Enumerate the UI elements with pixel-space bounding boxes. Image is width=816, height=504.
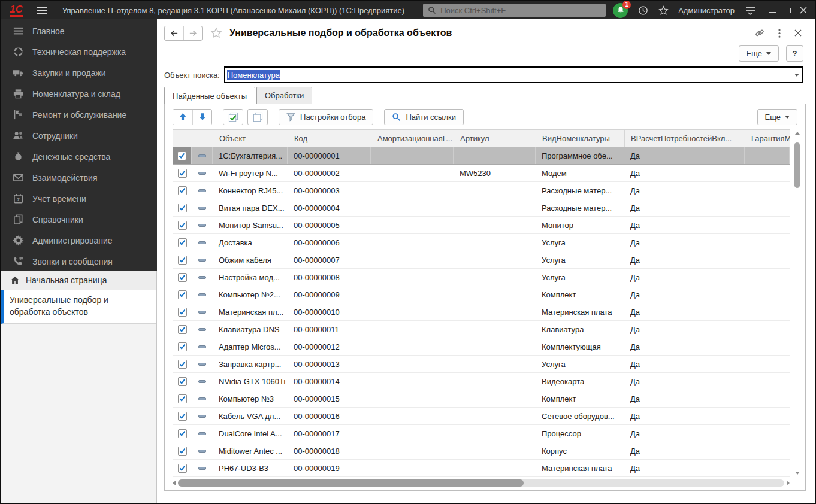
- cell-kind[interactable]: Программное обе...: [536, 147, 624, 164]
- header-amort-group[interactable]: АмортизационнаяГ...: [371, 130, 454, 147]
- cell-warranty[interactable]: [745, 442, 790, 459]
- cell-article[interactable]: [454, 269, 536, 286]
- cell-amort-group[interactable]: [371, 390, 454, 407]
- cell-warranty[interactable]: [745, 234, 790, 251]
- table-row[interactable]: Компьютер №3 00-00000015 Комплект Да: [173, 390, 790, 408]
- horizontal-scroll-track[interactable]: [178, 479, 784, 487]
- table-row[interactable]: Витая пара DEX... 00-00000004 Расходные …: [173, 199, 790, 217]
- cell-in-calc[interactable]: Да: [624, 182, 745, 199]
- table-row[interactable]: Компьютер №2... 00-00000009 Комплект Да: [173, 286, 790, 303]
- sidebar-item[interactable]: Администрирование: [1, 230, 157, 251]
- row-checkbox-cell[interactable]: [173, 425, 192, 442]
- cell-amort-group[interactable]: [371, 217, 454, 233]
- row-checkbox-cell[interactable]: [173, 182, 192, 199]
- cell-article[interactable]: [454, 356, 536, 372]
- table-row[interactable]: NVidia GTX 1060Ti 00-00000014 Видеокарта…: [173, 373, 790, 390]
- close-window-button[interactable]: [796, 3, 811, 17]
- row-checkbox-cell[interactable]: [173, 251, 192, 268]
- main-menu-icon[interactable]: [37, 7, 47, 14]
- cell-warranty[interactable]: [745, 321, 790, 338]
- row-checkbox[interactable]: [178, 447, 187, 456]
- cell-article[interactable]: [454, 286, 536, 303]
- cell-in-calc[interactable]: Да: [624, 338, 745, 355]
- cell-kind[interactable]: Процессор: [536, 425, 624, 442]
- header-object[interactable]: Объект: [213, 130, 288, 147]
- table-row[interactable]: Wi-Fi роутер N... 00-00000002 MW5230 Мод…: [173, 165, 790, 182]
- horizontal-scroll-thumb[interactable]: [178, 479, 524, 487]
- header-icon-column[interactable]: [192, 130, 213, 147]
- global-search-input[interactable]: Поиск Ctrl+Shift+F: [423, 4, 606, 17]
- history-button[interactable]: [638, 5, 648, 16]
- cell-amort-group[interactable]: [371, 321, 454, 338]
- cell-code[interactable]: 00-00000004: [288, 199, 371, 216]
- cell-object[interactable]: Wi-Fi роутер N...: [213, 165, 288, 181]
- cell-amort-group[interactable]: [371, 356, 454, 372]
- row-checkbox[interactable]: [178, 342, 187, 351]
- table-row[interactable]: Монитор Samsu... 00-00000005 Монитор Да: [173, 217, 790, 234]
- cell-amort-group[interactable]: [371, 286, 454, 303]
- row-checkbox-cell[interactable]: [173, 390, 192, 407]
- cell-article[interactable]: [454, 442, 536, 459]
- table-row[interactable]: Настройка мод... 00-00000008 Услуга Да: [173, 269, 790, 286]
- row-checkbox[interactable]: [178, 273, 187, 282]
- cell-object[interactable]: Заправка картр...: [213, 356, 288, 372]
- vertical-scroll-thumb[interactable]: [794, 142, 800, 188]
- cell-in-calc[interactable]: Да: [624, 425, 745, 442]
- row-checkbox-cell[interactable]: [173, 165, 192, 181]
- sidebar-item[interactable]: Звонки и сообщения: [1, 251, 157, 272]
- cell-in-calc[interactable]: Да: [624, 234, 745, 251]
- cell-kind[interactable]: Сетевое оборудов...: [536, 408, 624, 424]
- cell-code[interactable]: 00-00000010: [288, 303, 371, 320]
- cell-code[interactable]: 00-00000019: [288, 460, 371, 476]
- table-row[interactable]: Заправка картр... 00-00000013 Услуга Да: [173, 356, 790, 373]
- cell-code[interactable]: 00-00000008: [288, 269, 371, 286]
- cell-amort-group[interactable]: [371, 182, 454, 199]
- cell-object[interactable]: Адаптер Micros...: [213, 338, 288, 355]
- home-page-item[interactable]: Начальная страница: [1, 271, 156, 290]
- more-actions-icon[interactable]: [778, 29, 781, 38]
- open-window-item[interactable]: Универсальные подбор и обработка объекто…: [1, 290, 156, 324]
- cell-code[interactable]: 00-00000012: [288, 338, 371, 355]
- cell-code[interactable]: 00-00000018: [288, 442, 371, 459]
- scroll-right-arrow[interactable]: [787, 481, 790, 485]
- table-row[interactable]: Miditower Antec ... 00-00000018 Корпус Д…: [173, 442, 790, 460]
- header-in-calc[interactable]: ВРасчетПотребностейВкл...: [625, 130, 745, 147]
- cell-kind[interactable]: Корпус: [536, 442, 624, 459]
- sidebar-item[interactable]: Справочники: [1, 209, 157, 230]
- header-warranty[interactable]: ГарантияМе: [745, 130, 790, 147]
- row-checkbox-cell[interactable]: [173, 286, 192, 303]
- cell-article[interactable]: [454, 147, 536, 164]
- table-row[interactable]: PH67-UD3-B3 00-00000019 Материнская плат…: [173, 460, 790, 477]
- cell-warranty[interactable]: [745, 251, 790, 268]
- cell-warranty[interactable]: [745, 425, 790, 442]
- cell-article[interactable]: [454, 321, 536, 338]
- row-checkbox[interactable]: [178, 360, 187, 369]
- tab-found-objects[interactable]: Найденные объекты: [164, 87, 255, 104]
- cell-warranty[interactable]: [745, 303, 790, 320]
- cell-article[interactable]: MW5230: [454, 165, 536, 181]
- current-user[interactable]: Администратор: [678, 6, 735, 15]
- cell-warranty[interactable]: [745, 356, 790, 372]
- row-checkbox-cell[interactable]: [173, 269, 192, 286]
- cell-warranty[interactable]: [745, 460, 790, 476]
- cell-amort-group[interactable]: [371, 165, 454, 181]
- cell-kind[interactable]: Материнская плата: [536, 460, 624, 476]
- row-checkbox[interactable]: [178, 464, 187, 473]
- cell-object[interactable]: Настройка мод...: [213, 269, 288, 286]
- cell-object[interactable]: Кабель VGA дл...: [213, 408, 288, 424]
- form-more-button[interactable]: Еще: [739, 45, 779, 62]
- cell-in-calc[interactable]: Да: [624, 373, 745, 390]
- cell-object[interactable]: DualCore Intel A...: [213, 425, 288, 442]
- horizontal-scrollbar[interactable]: [173, 479, 790, 487]
- row-checkbox[interactable]: [178, 394, 187, 403]
- uncheck-all-button[interactable]: [247, 109, 268, 125]
- cell-kind[interactable]: Материнская плата: [536, 303, 624, 320]
- cell-kind[interactable]: Комплект: [536, 286, 624, 303]
- header-checkbox-column[interactable]: [173, 130, 192, 147]
- cell-in-calc[interactable]: Да: [624, 321, 745, 338]
- row-checkbox[interactable]: [177, 151, 186, 160]
- cell-object[interactable]: Монитор Samsu...: [213, 217, 288, 233]
- notifications-button[interactable]: 1: [613, 3, 628, 18]
- table-row[interactable]: DualCore Intel A... 00-00000017 Процессо…: [173, 425, 790, 442]
- move-down-button[interactable]: [192, 110, 211, 125]
